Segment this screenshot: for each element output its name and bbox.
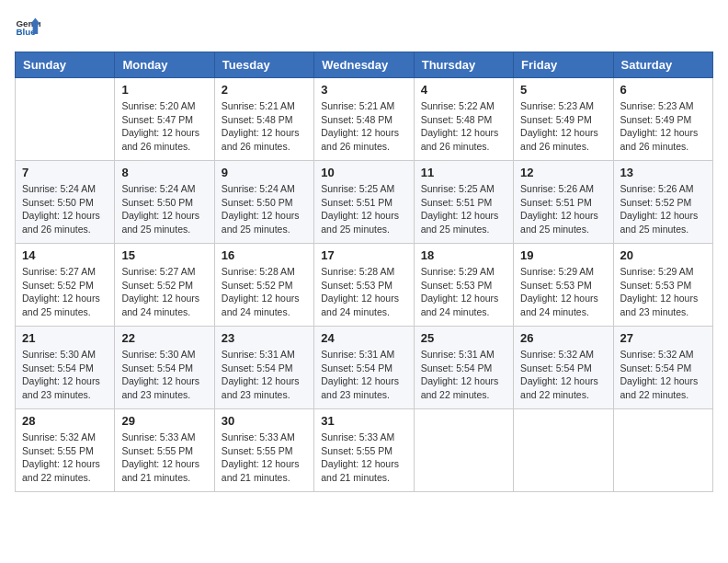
calendar-cell: 30Sunrise: 5:33 AM Sunset: 5:55 PM Dayli… xyxy=(214,409,313,492)
day-number: 26 xyxy=(520,331,606,345)
day-info: Sunrise: 5:25 AM Sunset: 5:51 PM Dayligh… xyxy=(421,182,506,236)
col-header-monday: Monday xyxy=(115,52,214,78)
day-number: 6 xyxy=(620,83,706,97)
day-number: 3 xyxy=(321,83,406,97)
day-info: Sunrise: 5:23 AM Sunset: 5:49 PM Dayligh… xyxy=(520,99,606,154)
day-number: 14 xyxy=(22,248,108,262)
day-info: Sunrise: 5:20 AM Sunset: 5:47 PM Dayligh… xyxy=(121,99,207,154)
calendar-cell: 7Sunrise: 5:24 AM Sunset: 5:50 PM Daylig… xyxy=(16,161,115,244)
day-number: 24 xyxy=(321,331,406,345)
calendar-cell: 2Sunrise: 5:21 AM Sunset: 5:48 PM Daylig… xyxy=(214,78,313,161)
day-number: 20 xyxy=(620,248,706,262)
calendar-table: SundayMondayTuesdayWednesdayThursdayFrid… xyxy=(15,52,713,492)
day-info: Sunrise: 5:32 AM Sunset: 5:54 PM Dayligh… xyxy=(620,348,706,402)
calendar-cell: 20Sunrise: 5:29 AM Sunset: 5:53 PM Dayli… xyxy=(613,244,712,327)
day-number: 29 xyxy=(121,414,207,428)
calendar-week-3: 14Sunrise: 5:27 AM Sunset: 5:52 PM Dayli… xyxy=(16,244,713,327)
calendar-week-2: 7Sunrise: 5:24 AM Sunset: 5:50 PM Daylig… xyxy=(16,161,713,244)
col-header-friday: Friday xyxy=(514,52,613,78)
calendar-cell: 18Sunrise: 5:29 AM Sunset: 5:53 PM Dayli… xyxy=(414,244,513,327)
calendar-week-1: 1Sunrise: 5:20 AM Sunset: 5:47 PM Daylig… xyxy=(16,78,713,161)
day-number: 1 xyxy=(121,83,207,97)
day-number: 5 xyxy=(520,83,606,97)
calendar-cell: 17Sunrise: 5:28 AM Sunset: 5:53 PM Dayli… xyxy=(314,244,414,327)
calendar-cell: 24Sunrise: 5:31 AM Sunset: 5:54 PM Dayli… xyxy=(314,327,414,409)
day-number: 12 xyxy=(520,166,606,179)
day-number: 9 xyxy=(222,166,307,179)
calendar-cell: 6Sunrise: 5:23 AM Sunset: 5:49 PM Daylig… xyxy=(613,78,712,161)
calendar-cell: 28Sunrise: 5:32 AM Sunset: 5:55 PM Dayli… xyxy=(16,409,115,492)
day-info: Sunrise: 5:33 AM Sunset: 5:55 PM Dayligh… xyxy=(222,431,307,485)
day-number: 17 xyxy=(321,248,406,262)
day-number: 10 xyxy=(321,166,406,179)
calendar-header: SundayMondayTuesdayWednesdayThursdayFrid… xyxy=(16,52,713,78)
col-header-saturday: Saturday xyxy=(613,52,712,78)
calendar-cell xyxy=(414,409,513,492)
day-info: Sunrise: 5:30 AM Sunset: 5:54 PM Dayligh… xyxy=(121,348,207,402)
day-info: Sunrise: 5:26 AM Sunset: 5:51 PM Dayligh… xyxy=(520,182,606,236)
calendar-week-5: 28Sunrise: 5:32 AM Sunset: 5:55 PM Dayli… xyxy=(16,409,713,492)
day-info: Sunrise: 5:21 AM Sunset: 5:48 PM Dayligh… xyxy=(222,99,307,154)
calendar-cell xyxy=(514,409,613,492)
calendar-cell xyxy=(613,409,712,492)
day-info: Sunrise: 5:32 AM Sunset: 5:54 PM Dayligh… xyxy=(520,348,606,402)
col-header-thursday: Thursday xyxy=(414,52,513,78)
col-header-wednesday: Wednesday xyxy=(314,52,414,78)
day-number: 22 xyxy=(121,331,207,345)
day-info: Sunrise: 5:24 AM Sunset: 5:50 PM Dayligh… xyxy=(222,182,307,236)
day-number: 15 xyxy=(121,248,207,262)
calendar-cell: 13Sunrise: 5:26 AM Sunset: 5:52 PM Dayli… xyxy=(613,161,712,244)
day-info: Sunrise: 5:25 AM Sunset: 5:51 PM Dayligh… xyxy=(321,182,406,236)
calendar-cell: 3Sunrise: 5:21 AM Sunset: 5:48 PM Daylig… xyxy=(314,78,414,161)
calendar-cell: 9Sunrise: 5:24 AM Sunset: 5:50 PM Daylig… xyxy=(214,161,313,244)
day-number: 21 xyxy=(22,331,108,345)
logo: General Blue xyxy=(15,15,40,40)
day-info: Sunrise: 5:33 AM Sunset: 5:55 PM Dayligh… xyxy=(121,431,207,485)
day-number: 30 xyxy=(222,414,307,428)
calendar-cell: 1Sunrise: 5:20 AM Sunset: 5:47 PM Daylig… xyxy=(115,78,214,161)
day-info: Sunrise: 5:28 AM Sunset: 5:53 PM Dayligh… xyxy=(321,265,406,319)
day-number: 19 xyxy=(520,248,606,262)
day-number: 4 xyxy=(421,83,506,97)
calendar-cell: 16Sunrise: 5:28 AM Sunset: 5:52 PM Dayli… xyxy=(214,244,313,327)
day-info: Sunrise: 5:29 AM Sunset: 5:53 PM Dayligh… xyxy=(520,265,606,319)
day-number: 11 xyxy=(421,166,506,179)
day-info: Sunrise: 5:23 AM Sunset: 5:49 PM Dayligh… xyxy=(620,99,706,154)
day-info: Sunrise: 5:27 AM Sunset: 5:52 PM Dayligh… xyxy=(121,265,207,319)
calendar-cell: 12Sunrise: 5:26 AM Sunset: 5:51 PM Dayli… xyxy=(514,161,613,244)
col-header-tuesday: Tuesday xyxy=(214,52,313,78)
calendar-cell: 31Sunrise: 5:33 AM Sunset: 5:55 PM Dayli… xyxy=(314,409,414,492)
calendar-cell: 25Sunrise: 5:31 AM Sunset: 5:54 PM Dayli… xyxy=(414,327,513,409)
calendar-cell: 22Sunrise: 5:30 AM Sunset: 5:54 PM Dayli… xyxy=(115,327,214,409)
day-number: 2 xyxy=(222,83,307,97)
day-number: 28 xyxy=(22,414,108,428)
calendar-cell: 4Sunrise: 5:22 AM Sunset: 5:48 PM Daylig… xyxy=(414,78,513,161)
day-info: Sunrise: 5:24 AM Sunset: 5:50 PM Dayligh… xyxy=(22,182,108,236)
day-number: 7 xyxy=(22,166,108,179)
day-number: 16 xyxy=(222,248,307,262)
calendar-cell: 29Sunrise: 5:33 AM Sunset: 5:55 PM Dayli… xyxy=(115,409,214,492)
col-header-sunday: Sunday xyxy=(16,52,115,78)
day-info: Sunrise: 5:30 AM Sunset: 5:54 PM Dayligh… xyxy=(22,348,108,402)
day-info: Sunrise: 5:28 AM Sunset: 5:52 PM Dayligh… xyxy=(222,265,307,319)
calendar-cell: 26Sunrise: 5:32 AM Sunset: 5:54 PM Dayli… xyxy=(514,327,613,409)
day-info: Sunrise: 5:22 AM Sunset: 5:48 PM Dayligh… xyxy=(421,99,506,154)
calendar-cell: 27Sunrise: 5:32 AM Sunset: 5:54 PM Dayli… xyxy=(613,327,712,409)
calendar-cell xyxy=(16,78,115,161)
day-number: 8 xyxy=(121,166,207,179)
calendar-cell: 5Sunrise: 5:23 AM Sunset: 5:49 PM Daylig… xyxy=(514,78,613,161)
day-number: 18 xyxy=(421,248,506,262)
calendar-cell: 15Sunrise: 5:27 AM Sunset: 5:52 PM Dayli… xyxy=(115,244,214,327)
calendar-cell: 8Sunrise: 5:24 AM Sunset: 5:50 PM Daylig… xyxy=(115,161,214,244)
day-info: Sunrise: 5:21 AM Sunset: 5:48 PM Dayligh… xyxy=(321,99,406,154)
day-number: 13 xyxy=(620,166,706,179)
calendar-cell: 23Sunrise: 5:31 AM Sunset: 5:54 PM Dayli… xyxy=(214,327,313,409)
day-info: Sunrise: 5:31 AM Sunset: 5:54 PM Dayligh… xyxy=(421,348,506,402)
day-number: 31 xyxy=(321,414,406,428)
page-header: General Blue xyxy=(15,15,713,40)
day-number: 27 xyxy=(620,331,706,345)
day-info: Sunrise: 5:26 AM Sunset: 5:52 PM Dayligh… xyxy=(620,182,706,236)
calendar-cell: 10Sunrise: 5:25 AM Sunset: 5:51 PM Dayli… xyxy=(314,161,414,244)
calendar-week-4: 21Sunrise: 5:30 AM Sunset: 5:54 PM Dayli… xyxy=(16,327,713,409)
day-info: Sunrise: 5:27 AM Sunset: 5:52 PM Dayligh… xyxy=(22,265,108,319)
